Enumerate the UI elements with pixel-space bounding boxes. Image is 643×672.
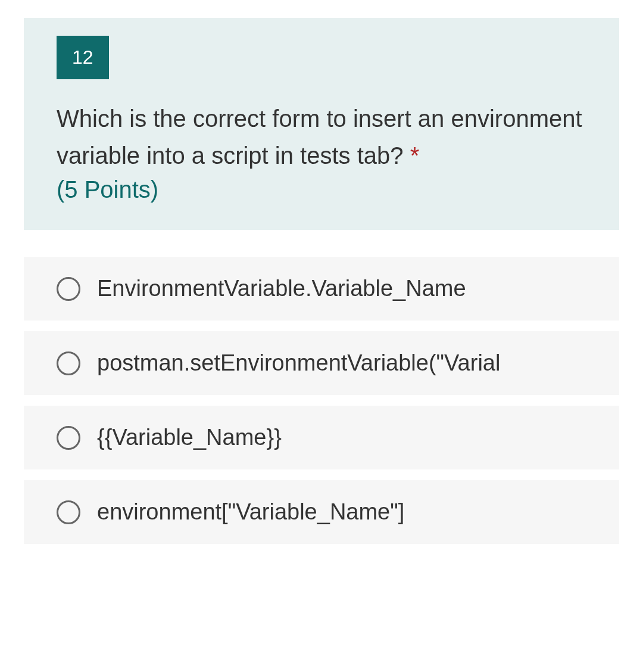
radio-icon	[57, 351, 80, 375]
question-text: Which is the correct form to insert an e…	[57, 100, 586, 174]
option-4[interactable]: environment["Variable_Name"]	[24, 480, 619, 544]
option-4-label: environment["Variable_Name"]	[97, 499, 404, 525]
options-list: EnvironmentVariable.Variable_Name postma…	[24, 257, 619, 544]
question-header: 12 Which is the correct form to insert a…	[24, 18, 619, 230]
option-3[interactable]: {{Variable_Name}}	[24, 406, 619, 469]
option-1-label: EnvironmentVariable.Variable_Name	[97, 276, 466, 301]
required-star: *	[410, 142, 420, 169]
option-2-label: postman.setEnvironmentVariable("Varial	[97, 350, 500, 376]
radio-icon	[57, 277, 80, 301]
option-1[interactable]: EnvironmentVariable.Variable_Name	[24, 257, 619, 321]
radio-icon	[57, 500, 80, 524]
question-number-badge: 12	[57, 36, 109, 79]
question-text-content: Which is the correct form to insert an e…	[57, 105, 582, 169]
option-2[interactable]: postman.setEnvironmentVariable("Varial	[24, 331, 619, 395]
option-3-label: {{Variable_Name}}	[97, 425, 282, 450]
question-points: (5 Points)	[57, 176, 586, 203]
radio-icon	[57, 426, 80, 450]
